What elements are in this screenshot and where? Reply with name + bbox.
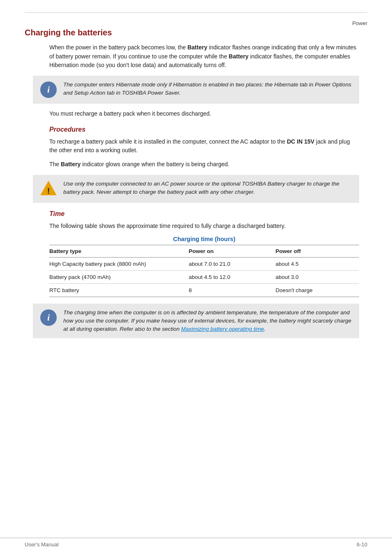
table-body: High Capacity battery pack (8800 mAh)abo… xyxy=(49,257,359,297)
charging-table: Battery type Power on Power off High Cap… xyxy=(49,245,359,297)
table-cell: High Capacity battery pack (8800 mAh) xyxy=(49,257,189,270)
table-row: Battery pack (4700 mAh)about 4.5 to 12.0… xyxy=(49,270,359,283)
page-label: Power xyxy=(352,20,367,26)
table-cell: RTC battery xyxy=(49,283,189,297)
table-row: RTC battery8Doesn't charge xyxy=(49,283,359,297)
procedures-title: Procedures xyxy=(25,126,367,133)
table-row: High Capacity battery pack (8800 mAh)abo… xyxy=(49,257,359,270)
footer-left: User's Manual xyxy=(25,541,59,548)
table-header-row: Battery type Power on Power off xyxy=(49,245,359,257)
recharge-text: You must recharge a battery pack when it… xyxy=(25,109,367,118)
note-text-1: The computer enters Hibernate mode only … xyxy=(63,81,353,98)
table-cell: about 4.5 to 12.0 xyxy=(189,270,275,283)
time-intro: The following table shows the approximat… xyxy=(25,222,367,231)
table-cell: about 4.5 xyxy=(275,257,359,270)
warning-text: Use only the computer connected to an AC… xyxy=(63,180,353,197)
footer-right: 6-10 xyxy=(357,541,367,548)
procedures-p2: The Battery indicator glows orange when … xyxy=(25,160,367,169)
table-cell: 8 xyxy=(189,283,275,297)
table-cell: Doesn't charge xyxy=(275,283,359,297)
info-icon-2: i xyxy=(39,309,58,327)
svg-text:!: ! xyxy=(47,186,50,195)
info-circle-1: i xyxy=(40,81,57,98)
info-icon-1: i xyxy=(39,81,58,99)
info-circle-2: i xyxy=(40,309,57,326)
note-box-2: i The charging time when the computer is… xyxy=(33,304,359,339)
intro-paragraph: When the power in the battery pack becom… xyxy=(25,43,367,70)
note-text-2: The charging time when the computer is o… xyxy=(63,309,353,334)
col-header-battery: Battery type xyxy=(49,245,189,257)
charging-table-section: Charging time (hours) Battery type Power… xyxy=(25,236,367,297)
col-header-power-on: Power on xyxy=(189,245,275,257)
page-footer: User's Manual 6-10 xyxy=(0,538,392,548)
section-title: Charging the batteries xyxy=(25,28,367,37)
note2-text-after: . xyxy=(264,326,266,332)
note2-link[interactable]: Maximizing battery operating time xyxy=(181,326,264,332)
table-cell: Battery pack (4700 mAh) xyxy=(49,270,189,283)
procedures-p1: To recharge a battery pack while it is i… xyxy=(25,137,367,155)
table-cell: about 7.0 to 21.0 xyxy=(189,257,275,270)
time-title: Time xyxy=(25,210,367,218)
table-cell: about 3.0 xyxy=(275,270,359,283)
warning-box: ! Use only the computer connected to an … xyxy=(33,175,359,203)
col-header-power-off: Power off xyxy=(275,245,359,257)
note-box-1: i The computer enters Hibernate mode onl… xyxy=(33,76,359,104)
table-title: Charging time (hours) xyxy=(49,236,359,242)
warning-icon: ! xyxy=(39,180,58,198)
